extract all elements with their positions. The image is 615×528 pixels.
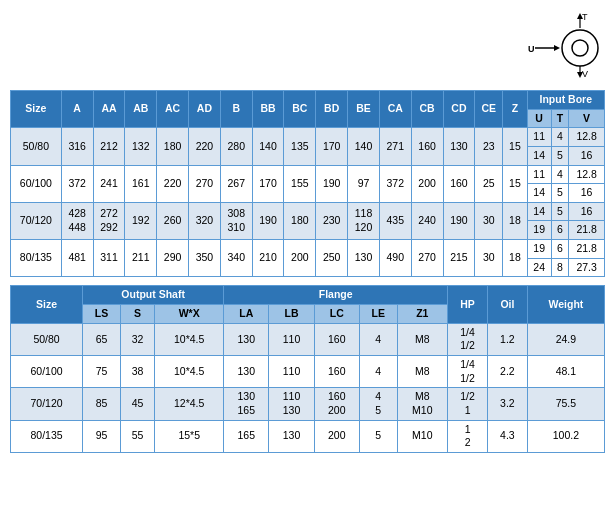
cell-AD: 270: [189, 165, 221, 202]
cell-AB: 211: [125, 240, 157, 277]
col-CD: CD: [443, 91, 475, 128]
col-CB: CB: [411, 91, 443, 128]
bot-cell-la: 130 165: [224, 388, 269, 420]
cell-v: 12.8: [569, 128, 605, 147]
bot-cell-ls: 65: [83, 323, 121, 355]
cell-AB: 192: [125, 202, 157, 239]
cell-t: 8: [551, 258, 568, 277]
bot-cell-ls: 75: [83, 355, 121, 387]
bot-cell-le: 5: [359, 420, 397, 452]
bot-cell-lb: 110: [269, 355, 314, 387]
cell-v: 16: [569, 202, 605, 221]
cell-AC: 290: [157, 240, 189, 277]
col-U: U: [527, 109, 551, 128]
bot-col-flange: Flange: [224, 286, 448, 305]
cell-Z: 18: [503, 202, 527, 239]
col-T: T: [551, 109, 568, 128]
bot-cell-z1: M10: [397, 420, 448, 452]
svg-marker-6: [554, 45, 560, 51]
cell-u: 14: [527, 184, 551, 203]
bot-cell-oil: 4.3: [487, 420, 527, 452]
col-A: A: [61, 91, 93, 128]
main-table: Size A AA AB AC AD B BB BC BD BE CA CB C…: [10, 90, 605, 277]
bot-cell-lb: 130: [269, 420, 314, 452]
bot-cell-la: 130: [224, 355, 269, 387]
cell-BC: 155: [284, 165, 316, 202]
cell-BC: 200: [284, 240, 316, 277]
col-CE: CE: [475, 91, 503, 128]
cell-u: 14: [527, 146, 551, 165]
cell-Z: 15: [503, 128, 527, 165]
cell-A: 428 448: [61, 202, 93, 239]
col-BC: BC: [284, 91, 316, 128]
cell-t: 5: [551, 202, 568, 221]
cell-Z: 15: [503, 165, 527, 202]
cell-CA: 271: [379, 128, 411, 165]
cell-AD: 320: [189, 202, 221, 239]
cell-B: 308 310: [220, 202, 252, 239]
cell-CE: 30: [475, 240, 503, 277]
cell-u: 11: [527, 128, 551, 147]
bot-col-z1: Z1: [397, 305, 448, 324]
bot-cell-lc: 160: [314, 355, 359, 387]
cell-CE: 23: [475, 128, 503, 165]
svg-text:U: U: [528, 44, 535, 54]
bot-col-s: S: [120, 305, 154, 324]
bot-cell-size: 80/135: [11, 420, 83, 452]
col-size: Size: [11, 91, 62, 128]
cell-size: 70/120: [11, 202, 62, 239]
cell-CB: 160: [411, 128, 443, 165]
bot-cell-hp: 1 2: [448, 420, 488, 452]
cell-size: 60/100: [11, 165, 62, 202]
bot-cell-hp: 1/4 1/2: [448, 355, 488, 387]
cell-CE: 30: [475, 202, 503, 239]
cell-Z: 18: [503, 240, 527, 277]
cell-A: 372: [61, 165, 93, 202]
svg-text:T: T: [582, 12, 588, 22]
cell-BD: 190: [316, 165, 348, 202]
col-CA: CA: [379, 91, 411, 128]
cell-u: 19: [527, 240, 551, 259]
col-B: B: [220, 91, 252, 128]
col-Z: Z: [503, 91, 527, 128]
cell-AC: 220: [157, 165, 189, 202]
col-V: V: [569, 109, 605, 128]
cell-BE: 140: [348, 128, 380, 165]
bot-cell-weight: 100.2: [527, 420, 604, 452]
cell-BB: 190: [252, 202, 284, 239]
col-input-bore-group: Input Bore: [527, 91, 604, 110]
cell-t: 5: [551, 146, 568, 165]
cell-t: 6: [551, 240, 568, 259]
cell-CD: 130: [443, 128, 475, 165]
cell-AB: 132: [125, 128, 157, 165]
header-section: T U V: [10, 10, 605, 82]
cell-u: 19: [527, 221, 551, 240]
cell-BD: 170: [316, 128, 348, 165]
cell-CA: 435: [379, 202, 411, 239]
bot-cell-ls: 85: [83, 388, 121, 420]
bot-cell-oil: 3.2: [487, 388, 527, 420]
col-BD: BD: [316, 91, 348, 128]
cell-u: 24: [527, 258, 551, 277]
input-bore-diagram: T U V: [525, 10, 605, 80]
col-BE: BE: [348, 91, 380, 128]
cell-CD: 160: [443, 165, 475, 202]
bot-cell-lc: 200: [314, 420, 359, 452]
col-BB: BB: [252, 91, 284, 128]
svg-text:V: V: [582, 69, 588, 79]
bot-cell-ls: 95: [83, 420, 121, 452]
cell-CA: 372: [379, 165, 411, 202]
cell-CA: 490: [379, 240, 411, 277]
cell-v: 21.8: [569, 221, 605, 240]
bot-cell-hp: 1/2 1: [448, 388, 488, 420]
cell-size: 80/135: [11, 240, 62, 277]
cell-CE: 25: [475, 165, 503, 202]
cell-BE: 130: [348, 240, 380, 277]
cell-t: 6: [551, 221, 568, 240]
bot-col-lc: LC: [314, 305, 359, 324]
bot-cell-z1: M8 M10: [397, 388, 448, 420]
bot-col-wx: W*X: [155, 305, 224, 324]
bot-cell-size: 60/100: [11, 355, 83, 387]
cell-BC: 135: [284, 128, 316, 165]
bottom-table: Size Output Shaft Flange HP Oil Weight L…: [10, 285, 605, 452]
